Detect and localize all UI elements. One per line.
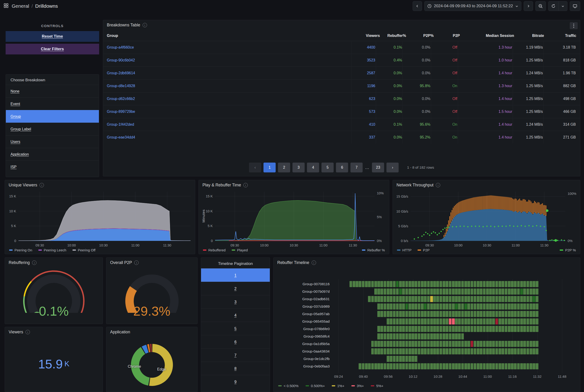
breakdown-item-application[interactable]: Application (6, 148, 99, 160)
col-p2p-pct[interactable]: P2P% (406, 34, 434, 38)
timeline-page-1[interactable]: 1 (201, 268, 270, 282)
legend-item-played[interactable]: Played (232, 248, 248, 252)
kiosk-mode-button[interactable] (570, 1, 580, 11)
pagination-page-3[interactable]: 3 (293, 162, 305, 172)
breakdown-item-users[interactable]: Users (6, 135, 99, 148)
group-link[interactable]: Group-899729be (107, 105, 352, 118)
timeline-page-label[interactable]: 9 (234, 380, 236, 384)
time-shift-back-button[interactable] (413, 1, 422, 11)
reset-time-button[interactable]: Reset Time (6, 31, 99, 42)
breakdown-item-label[interactable]: Group (11, 114, 21, 119)
timeline-page-label[interactable]: 6 (234, 340, 236, 344)
legend-item-peering-on[interactable]: Peering On (9, 248, 32, 252)
clear-filters-button[interactable]: Clear Filters (6, 44, 99, 54)
timeline-legend-item[interactable]: 1%+ (332, 384, 344, 388)
refresh-button[interactable] (548, 1, 558, 11)
col-traffic[interactable]: Traffic (544, 34, 576, 38)
timeline-page-label[interactable]: 2 (234, 286, 236, 291)
info-icon[interactable]: i (436, 183, 440, 187)
group-link[interactable]: Group-1f442ded (107, 118, 352, 131)
group-link[interactable]: Group-d8e14928 (107, 80, 352, 92)
time-range-picker[interactable]: 2024-04-09 09:09:43 to 2024-04-09 11:52:… (424, 1, 521, 11)
timeline-legend-item[interactable]: < 0.500% (278, 384, 299, 388)
viewers-value[interactable]: 3523 (352, 54, 376, 66)
viewers-value[interactable]: 4400 (352, 41, 376, 54)
pagination-page-5[interactable]: 5 (322, 162, 334, 172)
col-viewers[interactable]: Viewers (357, 34, 380, 38)
col-group[interactable]: Group (107, 34, 357, 38)
pagination-next-button[interactable]: › (386, 162, 399, 172)
legend-item-p2p[interactable]: P2P (418, 248, 429, 252)
breakdown-item-label[interactable]: Application (11, 152, 29, 156)
pagination-page-23[interactable]: 23 (372, 162, 384, 172)
breakdown-item-label[interactable]: Event (11, 102, 20, 106)
info-icon[interactable]: i (243, 183, 248, 187)
timeline-page-label[interactable]: 3 (234, 300, 236, 304)
info-icon[interactable]: i (134, 260, 139, 265)
col-rebuffer[interactable]: Rebuffer% (380, 34, 406, 38)
pagination-page-2[interactable]: 2 (278, 162, 290, 172)
breakdown-item-isp[interactable]: ISP (6, 160, 99, 173)
refresh-interval-dropdown[interactable] (558, 1, 567, 11)
viewers-value[interactable]: 410 (352, 118, 376, 131)
group-link[interactable]: Group-eae34dd4 (107, 131, 352, 144)
info-icon[interactable]: i (312, 260, 316, 265)
breakdown-item-label[interactable]: Group Label (11, 127, 31, 131)
breakdown-item-none[interactable]: None (6, 85, 99, 98)
legend-item-peering-leech[interactable]: Peering Leech (38, 248, 66, 252)
breakdown-item-event[interactable]: Event (6, 98, 99, 110)
pagination-page-1[interactable]: 1 (263, 162, 276, 172)
pagination-page-4[interactable]: 4 (307, 162, 319, 172)
breakdown-item-group[interactable]: Group (6, 110, 99, 123)
breakdown-item-label[interactable]: ISP (11, 165, 17, 169)
pagination-prev-button[interactable]: ‹ (249, 162, 261, 172)
timeline-legend-item[interactable]: 5%+ (371, 384, 383, 388)
breakdown-item-group-label[interactable]: Group Label (6, 123, 99, 135)
timeline-legend-item[interactable]: 0.500%+ (306, 384, 325, 388)
timeline-page-3[interactable]: 3 (201, 295, 270, 308)
info-icon[interactable]: i (40, 183, 44, 187)
info-icon[interactable]: i (143, 23, 147, 27)
apps-icon[interactable] (4, 3, 9, 9)
legend-item-http[interactable]: HTTP (397, 248, 411, 252)
zoom-out-button[interactable] (535, 1, 546, 11)
viewers-value[interactable]: 623 (352, 92, 376, 105)
info-icon[interactable]: i (26, 330, 30, 334)
legend-item-p2p-[interactable]: P2P % (560, 248, 576, 252)
timeline-legend-item[interactable]: 3%+ (351, 384, 364, 388)
panel-menu-kebab-icon[interactable] (570, 22, 578, 29)
info-icon[interactable]: i (32, 260, 37, 265)
pagination-page-7[interactable]: 7 (351, 162, 363, 172)
col-median-session[interactable]: Median Session (460, 34, 514, 38)
viewers-value[interactable]: 1196 (352, 80, 376, 92)
timeline-page-label[interactable]: 1 (234, 273, 236, 278)
pagination-page-6[interactable]: 6 (336, 162, 348, 172)
timeline-page-8[interactable]: 8 (201, 362, 270, 375)
timeline-page-label[interactable]: 5 (234, 326, 236, 331)
timeline-page-label[interactable]: 7 (234, 353, 236, 358)
group-link[interactable]: Group-d62c66b2 (107, 92, 352, 105)
timeline-page-6[interactable]: 6 (201, 335, 270, 348)
timeline-page-4[interactable]: 4 (201, 308, 270, 322)
timeline-page-7[interactable]: 7 (201, 348, 270, 362)
time-shift-forward-button[interactable] (524, 1, 533, 11)
breadcrumb-section[interactable]: General (12, 3, 29, 9)
legend-item-rebuffered[interactable]: Rebuffered (203, 248, 226, 252)
timeline-page-label[interactable]: 4 (234, 313, 236, 318)
legend-item-rebuffer-[interactable]: Rebuffer % (362, 248, 385, 252)
viewers-value[interactable]: 2587 (352, 67, 376, 80)
breakdown-item-label[interactable]: Users (11, 140, 20, 144)
timeline-page-2[interactable]: 2 (201, 282, 270, 295)
col-p2p[interactable]: P2P (434, 34, 460, 38)
timeline-page-5[interactable]: 5 (201, 322, 270, 335)
breakdown-item-label[interactable]: None (11, 89, 20, 94)
group-link[interactable]: Group-2db69614 (107, 67, 352, 80)
col-bitrate[interactable]: Bitrate (514, 34, 544, 38)
legend-item-peering-off[interactable]: Peering Off (73, 248, 96, 252)
group-link[interactable]: Group-90c6b042 (107, 54, 352, 66)
timeline-page-label[interactable]: 8 (234, 366, 236, 371)
viewers-value[interactable]: 337 (352, 131, 376, 144)
timeline-page-9[interactable]: 9 (201, 375, 270, 388)
viewers-value[interactable]: 573 (352, 105, 376, 118)
group-link[interactable]: Group-a4f660ce (107, 41, 352, 54)
